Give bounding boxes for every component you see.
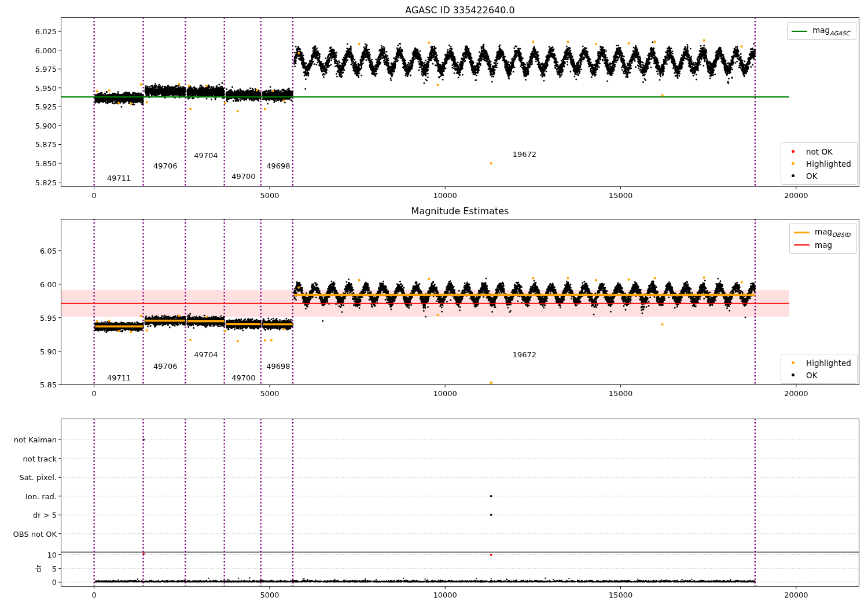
legend-entry-highlighted: Highlighted	[785, 158, 851, 170]
legend-entry-highlighted: Highlighted	[785, 357, 851, 369]
y-tick-label: 5.85	[40, 381, 57, 389]
obsid-annotation: 49706	[153, 362, 177, 369]
flag-row-label: not track	[23, 455, 57, 462]
x-tick-label: 15000	[609, 192, 632, 199]
plot-title-middle: Magnitude Estimates	[411, 206, 509, 217]
flag-row-label: Ion. rad.	[25, 492, 57, 500]
legend-label-highlighted: Highlighted	[806, 159, 851, 169]
obsid-annotation: 49711	[107, 373, 131, 381]
obsid-annotation: 49698	[266, 362, 290, 369]
obsid-annotation: 49700	[231, 373, 255, 381]
y-tick-label: 6.025	[35, 28, 57, 35]
x-tick-label: 5000	[260, 390, 279, 397]
legend-entry-ok: OK	[785, 170, 851, 182]
legend-mag-lines: magOBSID mag	[789, 224, 857, 254]
dr-tick-label: 10	[47, 551, 57, 558]
y-tick-label: 5.95	[40, 314, 57, 321]
obsid-annotation: 49711	[107, 174, 131, 181]
obsid-annotation: 19672	[513, 150, 536, 158]
legend-entry-ok: OK	[785, 369, 851, 381]
x-tick-label: 20000	[784, 591, 808, 599]
y-tick-label: 5.975	[35, 65, 57, 73]
legend-middle-scatter: Highlighted OK	[781, 354, 858, 384]
obsid-annotation: 49706	[153, 162, 177, 170]
x-tick-label: 10000	[433, 192, 457, 199]
x-tick-label: 0	[91, 591, 96, 599]
legend-entry-mag-obsid: magOBSID	[794, 226, 851, 239]
y-tick-label: 5.850	[35, 159, 57, 167]
y-tick-label: 5.950	[35, 84, 57, 91]
legend-label-mag-obsid: magOBSID	[815, 227, 851, 238]
figure-canvas	[0, 0, 868, 608]
obsid-annotation: 19672	[513, 350, 536, 358]
dot-swatch-red	[785, 150, 801, 153]
x-tick-label: 20000	[784, 192, 808, 199]
x-tick-label: 15000	[609, 390, 632, 397]
legend-label-highlighted: Highlighted	[806, 358, 851, 368]
x-tick-label: 0	[91, 192, 96, 199]
dot-swatch-black	[785, 174, 801, 177]
figure: AGASC ID 335422640.0 Magnitude Estimates…	[0, 0, 868, 608]
y-tick-label: 5.825	[35, 178, 57, 186]
line-swatch-red	[794, 244, 810, 246]
legend-label-mag-agasc: magAGASC	[812, 25, 850, 36]
dot-swatch-black	[785, 373, 801, 376]
y-tick-label: 6.00	[40, 280, 57, 288]
dr-tick-label: 0	[52, 578, 57, 586]
line-swatch-green	[792, 31, 807, 32]
flag-row-label: OBS not OK	[13, 530, 57, 537]
x-tick-label: 10000	[433, 591, 457, 599]
obsid-annotation: 49704	[194, 351, 218, 358]
legend-mag-agasc: magAGASC	[787, 22, 856, 40]
y-tick-label: 6.000	[35, 46, 57, 54]
y-tick-label: 5.875	[35, 141, 57, 148]
dot-swatch-orange	[785, 361, 801, 364]
legend-entry-not-ok: not OK	[785, 145, 851, 158]
legend-entry-mag: mag	[794, 239, 851, 251]
legend-top-scatter: not OK Highlighted OK	[781, 142, 858, 185]
dr-axis-label: dr	[34, 565, 43, 573]
dr-tick-label: 5	[52, 565, 57, 572]
obsid-annotation: 49704	[194, 152, 218, 159]
y-tick-label: 5.90	[40, 347, 57, 355]
legend-label-ok: OK	[806, 171, 817, 181]
flag-row-label: Sat. pixel.	[20, 474, 57, 481]
obsid-annotation: 49700	[231, 172, 255, 180]
x-tick-label: 5000	[260, 591, 279, 599]
y-tick-label: 6.05	[40, 247, 57, 254]
legend-label-not-ok: not OK	[806, 147, 833, 156]
legend-entry-mag-agasc: magAGASC	[792, 25, 850, 37]
obsid-annotation: 49698	[266, 162, 290, 170]
plot-title-top: AGASC ID 335422640.0	[405, 5, 514, 16]
line-swatch-orange	[794, 232, 810, 233]
x-tick-label: 15000	[609, 591, 632, 599]
dot-swatch-orange	[785, 162, 801, 165]
legend-label-mag: mag	[815, 240, 832, 250]
y-tick-label: 5.900	[35, 122, 57, 129]
flag-row-label: dr > 5	[33, 511, 57, 519]
x-tick-label: 0	[91, 390, 96, 397]
legend-label-ok: OK	[806, 371, 817, 380]
x-tick-label: 20000	[784, 390, 808, 397]
x-tick-label: 10000	[433, 390, 457, 397]
y-tick-label: 5.925	[35, 103, 57, 111]
x-tick-label: 5000	[260, 192, 279, 199]
flag-row-label: not Kalman	[14, 436, 57, 444]
